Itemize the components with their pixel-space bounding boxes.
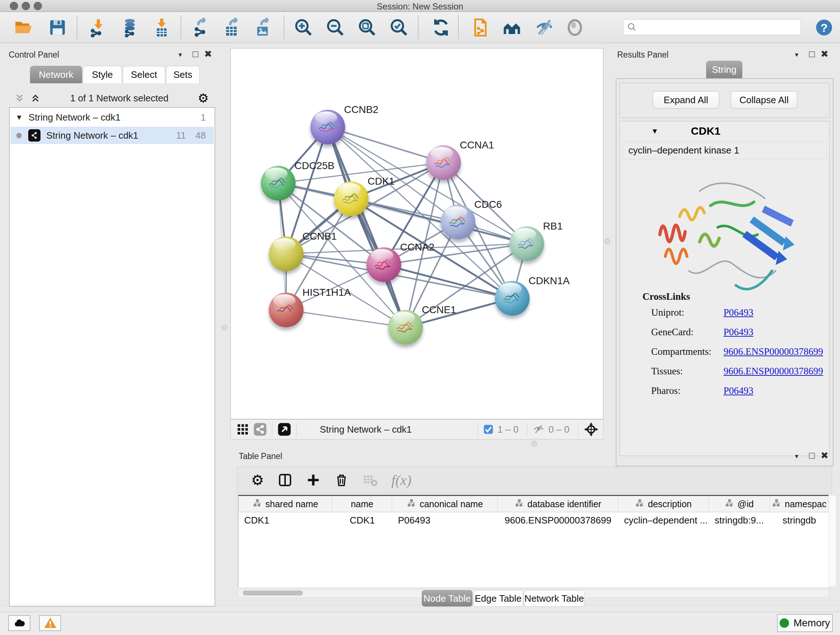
memory-button[interactable]: Memory bbox=[777, 614, 833, 632]
table-cell[interactable]: 9606.ENSP00000378699 bbox=[498, 512, 618, 528]
collection-expander-icon[interactable]: ▼ bbox=[16, 114, 23, 121]
crosslink-link[interactable]: P06493 bbox=[723, 307, 753, 318]
zoom-out-icon[interactable] bbox=[325, 18, 345, 37]
tab-node-table[interactable]: Node Table bbox=[422, 590, 472, 607]
open-in-new-window-icon[interactable] bbox=[278, 423, 291, 436]
string-import-document-icon[interactable] bbox=[470, 18, 490, 37]
save-session-icon[interactable] bbox=[48, 18, 67, 37]
close-panel-icon[interactable]: ✖ bbox=[204, 49, 212, 59]
tab-style[interactable]: Style bbox=[83, 66, 122, 83]
network-node-hist1h1a[interactable] bbox=[269, 293, 303, 327]
expand-all-button[interactable]: Expand All bbox=[653, 91, 719, 109]
birds-eye-view-icon[interactable] bbox=[237, 423, 249, 435]
table-cell[interactable]: stringdb bbox=[770, 512, 829, 528]
export-table-icon[interactable] bbox=[223, 18, 242, 37]
table-row[interactable]: CDK1CDK1P064939606.ENSP00000378699cyclin… bbox=[238, 512, 829, 528]
network-node-cdc6[interactable] bbox=[441, 204, 475, 239]
tab-network-table[interactable]: Network Table bbox=[524, 590, 584, 607]
node-section-header[interactable]: ▼ CDK1 bbox=[620, 122, 829, 141]
column-header-namespac[interactable]: namespac bbox=[770, 496, 829, 512]
column-header-description[interactable]: description bbox=[618, 496, 709, 512]
close-panel-icon[interactable]: ✖ bbox=[821, 49, 829, 59]
section-expander-icon[interactable]: ▼ bbox=[651, 127, 658, 135]
vertical-scrollbar[interactable] bbox=[829, 495, 836, 587]
warnings-button[interactable] bbox=[39, 615, 61, 631]
import-network-database-icon[interactable] bbox=[120, 18, 140, 37]
search-input[interactable] bbox=[637, 22, 790, 33]
network-node-ccna2[interactable] bbox=[366, 247, 401, 282]
network-node-cdc25b[interactable] bbox=[261, 166, 295, 201]
vertical-splitter-handle[interactable] bbox=[222, 325, 227, 330]
network-share-icon[interactable] bbox=[253, 423, 267, 436]
fit-content-crosshair-icon[interactable] bbox=[584, 422, 599, 437]
network-node-ccnb1[interactable] bbox=[269, 236, 303, 271]
network-edge[interactable] bbox=[384, 264, 512, 298]
close-panel-icon[interactable]: ✖ bbox=[821, 451, 829, 460]
tab-network[interactable]: Network bbox=[30, 66, 82, 83]
network-collection-row[interactable]: ▼ String Network – cdk1 1 bbox=[11, 109, 214, 126]
network-canvas[interactable]: CCNB2CCNA1CDC25BCDK1CDC6RB1CCNB1CCNA2CDK… bbox=[231, 48, 603, 419]
network-node-rb1[interactable] bbox=[509, 226, 544, 261]
crosslink-link[interactable]: 9606.ENSP00000378699 bbox=[723, 366, 823, 377]
panel-menu-icon[interactable]: ▼ bbox=[794, 454, 799, 459]
export-network-icon[interactable] bbox=[192, 18, 211, 37]
show-columns-icon[interactable] bbox=[278, 473, 292, 487]
table-cell[interactable]: cyclin–dependent ... bbox=[618, 512, 709, 528]
network-edge[interactable] bbox=[286, 310, 406, 327]
delete-column-icon[interactable] bbox=[334, 473, 349, 487]
crosslink-link[interactable]: P06493 bbox=[723, 385, 753, 396]
network-edge[interactable] bbox=[328, 127, 444, 163]
float-panel-icon[interactable]: □ bbox=[809, 49, 815, 59]
export-image-icon[interactable] bbox=[254, 18, 273, 37]
panel-menu-icon[interactable]: ▼ bbox=[177, 52, 183, 58]
float-panel-icon[interactable]: □ bbox=[193, 49, 198, 59]
column-header-database-identifier[interactable]: database identifier bbox=[498, 496, 618, 512]
column-header-name[interactable]: name bbox=[332, 496, 392, 512]
show-glass-icon[interactable] bbox=[565, 18, 584, 37]
open-session-icon[interactable] bbox=[14, 18, 33, 37]
table-options-gear-icon[interactable]: ⚙ bbox=[251, 473, 264, 487]
hidden-eye-icon[interactable] bbox=[532, 423, 545, 435]
import-network-file-icon[interactable] bbox=[88, 18, 108, 37]
column-header-shared-name[interactable]: shared name bbox=[238, 496, 332, 512]
search-box[interactable] bbox=[623, 19, 801, 35]
table-cell[interactable]: stringdb:9... bbox=[709, 512, 770, 528]
collapse-all-icon[interactable] bbox=[14, 93, 25, 103]
selected-checkbox-icon[interactable] bbox=[483, 424, 494, 435]
import-table-file-icon[interactable] bbox=[152, 18, 172, 37]
network-node-ccna1[interactable] bbox=[426, 145, 461, 180]
tab-sets[interactable]: Sets bbox=[166, 66, 200, 83]
options-gear-icon[interactable]: ⚙ bbox=[198, 92, 209, 104]
scrollbar-thumb[interactable] bbox=[243, 591, 303, 595]
network-node-cdk1[interactable] bbox=[334, 181, 369, 216]
network-node-ccne1[interactable] bbox=[388, 310, 423, 345]
vertical-splitter-handle[interactable] bbox=[605, 239, 610, 244]
hide-glass-icon[interactable] bbox=[535, 18, 554, 37]
network-node-cdkn1a[interactable] bbox=[495, 281, 530, 316]
float-panel-icon[interactable]: □ bbox=[809, 451, 815, 460]
network-row[interactable]: String Network – cdk1 11 48 bbox=[11, 127, 214, 144]
tab-edge-table[interactable]: Edge Table bbox=[473, 590, 523, 607]
expand-all-icon[interactable] bbox=[30, 93, 41, 103]
collapse-all-button[interactable]: Collapse All bbox=[731, 91, 797, 109]
table-cell[interactable]: P06493 bbox=[392, 512, 498, 528]
string-home-icon[interactable] bbox=[502, 18, 522, 37]
panel-menu-icon[interactable]: ▼ bbox=[794, 52, 799, 58]
column-header-canonical-name[interactable]: canonical name bbox=[392, 496, 498, 512]
tab-string[interactable]: String bbox=[706, 61, 742, 78]
horizontal-splitter-handle[interactable] bbox=[531, 441, 537, 447]
tab-select[interactable]: Select bbox=[123, 66, 165, 83]
table-cell[interactable]: CDK1 bbox=[238, 512, 332, 528]
table-cell[interactable]: CDK1 bbox=[332, 512, 392, 528]
network-node-ccnb2[interactable] bbox=[310, 110, 345, 144]
add-column-icon[interactable] bbox=[306, 473, 321, 487]
zoom-in-icon[interactable] bbox=[294, 18, 313, 37]
crosslink-link[interactable]: 9606.ENSP00000378699 bbox=[723, 346, 823, 357]
zoom-selected-icon[interactable] bbox=[389, 18, 409, 37]
refresh-icon[interactable] bbox=[431, 18, 451, 37]
zoom-fit-icon[interactable] bbox=[357, 18, 377, 37]
help-icon[interactable]: ? bbox=[815, 19, 833, 36]
column-header-id[interactable]: @id bbox=[709, 496, 770, 512]
cloud-button[interactable] bbox=[8, 615, 30, 631]
crosslink-link[interactable]: P06493 bbox=[723, 326, 753, 338]
